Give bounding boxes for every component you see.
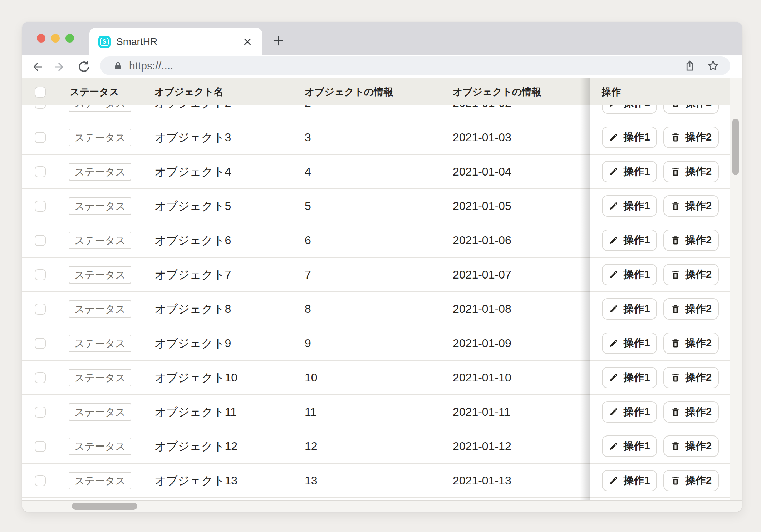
action-2-button[interactable]: 操作2 bbox=[663, 127, 719, 148]
object-name-cell: オブジェクト10 bbox=[154, 361, 237, 394]
action-2-label: 操作2 bbox=[685, 336, 712, 350]
url-bar[interactable]: https://.... bbox=[100, 56, 730, 75]
browser-tab[interactable]: S SmartHR bbox=[89, 28, 262, 55]
object-info-cell: 7 bbox=[305, 258, 311, 291]
object-name-cell: オブジェクト6 bbox=[154, 223, 231, 257]
trash-icon bbox=[671, 304, 681, 314]
row-checkbox[interactable] bbox=[35, 338, 46, 349]
action-1-label: 操作1 bbox=[623, 336, 650, 350]
object-info-cell: 3 bbox=[305, 120, 311, 154]
action-2-label: 操作2 bbox=[685, 199, 712, 213]
status-badge: ステータス bbox=[69, 335, 131, 352]
action-1-button[interactable]: 操作1 bbox=[602, 161, 657, 182]
object-name-cell: オブジェクト8 bbox=[154, 292, 231, 326]
actions-row: 操作1 操作2 bbox=[590, 326, 730, 361]
horizontal-scrollbar[interactable] bbox=[22, 500, 742, 512]
object-date-cell: 2021-01-03 bbox=[453, 120, 511, 154]
tab-strip: S SmartHR bbox=[22, 22, 742, 55]
action-1-button[interactable]: 操作1 bbox=[602, 332, 657, 354]
back-icon[interactable] bbox=[30, 59, 45, 75]
row-checkbox[interactable] bbox=[35, 407, 46, 418]
status-badge: ステータス bbox=[69, 232, 131, 249]
share-icon[interactable] bbox=[684, 60, 696, 72]
action-2-label: 操作2 bbox=[685, 439, 712, 453]
action-1-button[interactable]: 操作1 bbox=[602, 435, 657, 457]
action-1-button[interactable]: 操作1 bbox=[602, 230, 657, 251]
maximize-window-button[interactable] bbox=[65, 34, 74, 43]
object-date-cell: 2021-01-07 bbox=[453, 258, 511, 291]
row-checkbox[interactable] bbox=[35, 235, 46, 246]
object-date-cell: 2021-01-04 bbox=[453, 155, 511, 188]
action-2-button[interactable]: 操作2 bbox=[663, 298, 719, 320]
reload-icon[interactable] bbox=[76, 59, 92, 75]
action-2-button[interactable]: 操作2 bbox=[663, 401, 719, 423]
pencil-icon bbox=[609, 235, 619, 245]
vertical-scrollbar-thumb[interactable] bbox=[732, 119, 739, 175]
action-2-button[interactable]: 操作2 bbox=[663, 195, 719, 217]
row-checkbox[interactable] bbox=[35, 201, 46, 212]
action-2-button[interactable]: 操作2 bbox=[663, 264, 719, 285]
action-1-button[interactable]: 操作1 bbox=[602, 470, 657, 491]
select-all-checkbox[interactable] bbox=[35, 87, 46, 98]
object-info-cell: 9 bbox=[305, 326, 311, 360]
row-checkbox[interactable] bbox=[35, 269, 46, 280]
row-checkbox[interactable] bbox=[35, 304, 46, 315]
object-name-cell: オブジェクト5 bbox=[154, 189, 231, 223]
action-1-button[interactable]: 操作1 bbox=[602, 195, 657, 217]
trash-icon bbox=[671, 373, 681, 383]
action-1-button[interactable]: 操作1 bbox=[602, 298, 657, 320]
object-info-cell: 5 bbox=[305, 189, 311, 223]
trash-icon bbox=[671, 270, 681, 280]
action-1-label: 操作1 bbox=[623, 473, 650, 488]
header-actions: 操作 bbox=[602, 78, 621, 105]
action-1-button[interactable]: 操作1 bbox=[602, 367, 657, 388]
pencil-icon bbox=[609, 270, 619, 280]
trash-icon bbox=[671, 132, 681, 142]
object-name-cell: オブジェクト13 bbox=[154, 464, 237, 497]
action-2-label: 操作2 bbox=[685, 130, 712, 144]
action-2-button[interactable]: 操作2 bbox=[663, 230, 719, 251]
object-name-cell: オブジェクト4 bbox=[154, 155, 231, 188]
new-tab-button[interactable] bbox=[271, 34, 285, 48]
action-2-button[interactable]: 操作2 bbox=[663, 332, 719, 354]
vertical-scrollbar[interactable] bbox=[730, 78, 742, 500]
pencil-icon bbox=[609, 167, 619, 177]
row-checkbox[interactable] bbox=[35, 166, 46, 177]
close-window-button[interactable] bbox=[37, 34, 45, 43]
action-1-label: 操作1 bbox=[623, 405, 650, 419]
object-date-cell: 2021-01-10 bbox=[453, 361, 511, 394]
action-2-button[interactable]: 操作2 bbox=[663, 161, 719, 182]
trash-icon bbox=[671, 235, 681, 245]
row-checkbox[interactable] bbox=[35, 132, 46, 143]
action-1-button[interactable]: 操作1 bbox=[602, 127, 657, 148]
object-date-cell: 2021-01-05 bbox=[453, 189, 511, 223]
url-text: https://.... bbox=[129, 60, 684, 72]
pencil-icon bbox=[609, 304, 619, 314]
horizontal-scrollbar-thumb[interactable] bbox=[72, 503, 137, 510]
trash-icon bbox=[671, 407, 681, 417]
actions-row: 操作1 操作2 bbox=[590, 429, 730, 464]
header-status: ステータス bbox=[70, 78, 119, 105]
object-name-cell: オブジェクト9 bbox=[154, 326, 231, 360]
action-2-button[interactable]: 操作2 bbox=[663, 367, 719, 388]
status-badge: ステータス bbox=[69, 403, 131, 421]
action-1-button[interactable]: 操作1 bbox=[602, 264, 657, 285]
bookmark-star-icon[interactable] bbox=[707, 59, 720, 72]
pencil-icon bbox=[609, 441, 619, 451]
object-date-cell: 2021-01-08 bbox=[453, 292, 511, 326]
row-checkbox[interactable] bbox=[35, 372, 46, 383]
header-object-name: オブジェクト名 bbox=[154, 78, 224, 105]
object-name-cell: オブジェクト7 bbox=[154, 258, 231, 291]
row-checkbox[interactable] bbox=[35, 441, 46, 452]
action-1-button[interactable]: 操作1 bbox=[602, 401, 657, 423]
action-1-label: 操作1 bbox=[623, 439, 650, 453]
pencil-icon bbox=[609, 132, 619, 142]
action-2-button[interactable]: 操作2 bbox=[663, 435, 719, 457]
object-date-cell: 2021-01-13 bbox=[453, 464, 511, 497]
minimize-window-button[interactable] bbox=[51, 34, 60, 43]
tab-close-icon[interactable] bbox=[242, 36, 253, 47]
action-2-button[interactable]: 操作2 bbox=[663, 470, 719, 491]
object-name-cell: オブジェクト12 bbox=[154, 429, 237, 463]
row-checkbox[interactable] bbox=[35, 475, 46, 486]
forward-icon[interactable] bbox=[51, 59, 67, 75]
